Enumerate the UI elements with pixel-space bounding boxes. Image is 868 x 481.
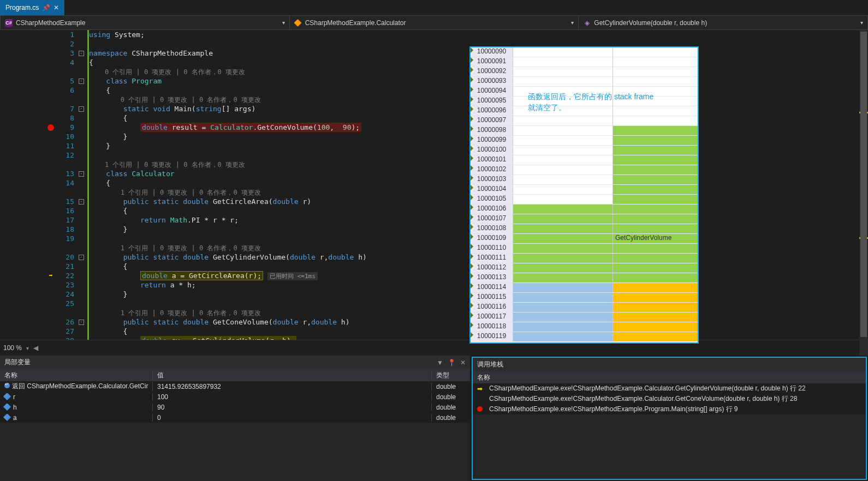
- stack-cell: [613, 224, 698, 234]
- stack-address: 10000092: [471, 67, 513, 77]
- var-type: double: [432, 383, 470, 390]
- tab-program-cs[interactable]: Program.cs 📌 ✕: [0, 0, 64, 15]
- callstack-row[interactable]: CSharpMethodExample.exe!CSharpMethodExam…: [473, 394, 866, 404]
- stack-cell: [513, 57, 613, 67]
- scrollbar-thumb[interactable]: [860, 32, 867, 337]
- stack-address: 10000110: [471, 244, 513, 254]
- change-indicator: [87, 234, 89, 243]
- code-line[interactable]: 16 {: [39, 206, 868, 215]
- chevron-down-icon: ▾: [26, 345, 29, 351]
- breakpoint-icon[interactable]: [47, 124, 54, 131]
- code-line[interactable]: 9 double result = Calculator.GetConeVolu…: [39, 123, 868, 132]
- code-line[interactable]: 13- class Calculator: [39, 169, 868, 178]
- col-name[interactable]: 名称: [473, 373, 866, 382]
- stack-cell: [613, 57, 698, 67]
- stack-row: 10000114: [471, 283, 698, 293]
- callstack-row[interactable]: ➡CSharpMethodExample.exe!CSharpMethodExa…: [473, 383, 866, 394]
- zoom-dropdown[interactable]: 100 %: [3, 344, 22, 352]
- stack-row: 10000116: [471, 303, 698, 312]
- stack-address: 10000116: [471, 303, 513, 312]
- code-line[interactable]: 2: [39, 39, 868, 49]
- code-line[interactable]: 0 个引用 | 0 项更改 | 0 名作者，0 项更改: [39, 67, 868, 76]
- code-line[interactable]: 6 {: [39, 86, 868, 95]
- callstack-row[interactable]: CSharpMethodExample.exe!CSharpMethodExam…: [473, 404, 866, 414]
- stack-row: 10000091: [471, 57, 698, 67]
- method-dropdown[interactable]: ◈ GetCylinderVolume(double r, double h) …: [579, 16, 867, 29]
- fold-icon[interactable]: -: [79, 199, 84, 205]
- code-line[interactable]: 5- class Program: [39, 76, 868, 86]
- dropdown-icon[interactable]: ▼: [437, 359, 443, 366]
- stack-cell: [613, 67, 698, 77]
- locals-columns: 名称 值 类型: [0, 369, 470, 381]
- code-line[interactable]: 26- public static double GetConeVolume(d…: [39, 317, 868, 327]
- panel-title: 调用堆栈: [477, 360, 503, 369]
- vertical-scrollbar[interactable]: [859, 30, 868, 356]
- locals-row[interactable]: a0double: [0, 412, 470, 423]
- line-number: 9: [62, 123, 79, 132]
- code-line[interactable]: 21 {: [39, 262, 868, 271]
- class-dropdown[interactable]: 🔶 CSharpMethodExample.Calculator ▾: [290, 16, 579, 29]
- stack-row: 10000100: [471, 146, 698, 155]
- code-line[interactable]: 1 个引用 | 0 项更改 | 0 名作者，0 项更改: [39, 160, 868, 169]
- change-indicator: [87, 39, 89, 49]
- pin-icon[interactable]: 📌: [42, 4, 50, 11]
- fold-icon[interactable]: -: [79, 255, 84, 260]
- code-line[interactable]: 10 }: [39, 132, 868, 141]
- code-line[interactable]: 12: [39, 151, 868, 160]
- stack-row: 10000102: [471, 165, 698, 175]
- code-editor[interactable]: 1using System;23-namespace CSharpMethodE…: [0, 30, 868, 356]
- code-line[interactable]: 17 return Math.PI * r * r;: [39, 215, 868, 225]
- stack-cell: [513, 293, 613, 303]
- code-line[interactable]: 27 {: [39, 327, 868, 336]
- stack-address: 10000097: [471, 116, 513, 126]
- code-line[interactable]: ➡22 double a = GetCircleArea(r);已用时间 <=1…: [39, 271, 868, 280]
- code-line[interactable]: 23 return a * h;: [39, 280, 868, 290]
- close-icon[interactable]: ✕: [53, 4, 59, 11]
- code-line[interactable]: 0 个引用 | 0 项更改 | 0 名作者，0 项更改: [39, 95, 868, 104]
- scope-dropdown[interactable]: C# CSharpMethodExample ▾: [1, 16, 290, 29]
- code-line[interactable]: 4{: [39, 58, 868, 67]
- fold-icon[interactable]: -: [79, 171, 84, 177]
- stack-cell: [513, 175, 613, 185]
- code-line[interactable]: 1 个引用 | 0 项更改 | 0 名作者，0 项更改: [39, 243, 868, 252]
- code-line[interactable]: 7- static void Main(string[] args): [39, 104, 868, 113]
- code-line[interactable]: 18 }: [39, 225, 868, 234]
- close-icon[interactable]: ✕: [460, 359, 466, 366]
- stack-cell: [513, 146, 613, 155]
- code-line[interactable]: 1 个引用 | 0 项更改 | 0 名作者，0 项更改: [39, 308, 868, 317]
- method-label: GetCylinderVolume(double r, double h): [594, 19, 707, 27]
- scroll-left-icon[interactable]: ◀: [33, 344, 38, 352]
- stack-cell: [513, 322, 613, 332]
- fold-icon[interactable]: -: [79, 106, 84, 112]
- code-line[interactable]: 14 {: [39, 178, 868, 188]
- col-type[interactable]: 类型: [432, 371, 470, 380]
- fold-icon[interactable]: -: [79, 320, 84, 325]
- fold-icon[interactable]: -: [79, 79, 84, 84]
- stack-cell: [613, 303, 698, 312]
- col-value[interactable]: 值: [153, 371, 432, 380]
- stack-cell: [513, 67, 613, 77]
- stack-address: 10000103: [471, 175, 513, 185]
- stack-address: 10000114: [471, 283, 513, 293]
- stack-diagram-overlay: 函数返回后，它所占有的 stack frame 就清空了。 1000009010…: [469, 46, 699, 344]
- code-line[interactable]: 3-namespace CSharpMethodExample: [39, 49, 868, 58]
- code-line[interactable]: 25: [39, 299, 868, 308]
- code-line[interactable]: 24 }: [39, 290, 868, 299]
- tab-bar: Program.cs 📌 ✕: [0, 0, 868, 15]
- locals-row[interactable]: r100double: [0, 392, 470, 402]
- stack-cell: [613, 322, 698, 332]
- locals-row[interactable]: 返回 CSharpMethodExample.Calculator.GetCir…: [0, 381, 470, 392]
- code-line[interactable]: 1using System;: [39, 30, 868, 39]
- stack-row: 10000106: [471, 205, 698, 214]
- code-line[interactable]: 11 }: [39, 141, 868, 151]
- code-line[interactable]: 1 个引用 | 0 项更改 | 0 名作者，0 项更改: [39, 188, 868, 197]
- col-name[interactable]: 名称: [0, 371, 153, 380]
- stack-row: 10000110: [471, 244, 698, 254]
- pin-icon[interactable]: 📍: [448, 359, 456, 366]
- code-line[interactable]: 20- public static double GetCylinderVolu…: [39, 252, 868, 262]
- code-line[interactable]: 8 {: [39, 113, 868, 123]
- code-line[interactable]: 19: [39, 234, 868, 243]
- locals-row[interactable]: h90double: [0, 402, 470, 412]
- fold-icon[interactable]: -: [79, 51, 84, 56]
- code-line[interactable]: 15- public static double GetCircleArea(d…: [39, 197, 868, 206]
